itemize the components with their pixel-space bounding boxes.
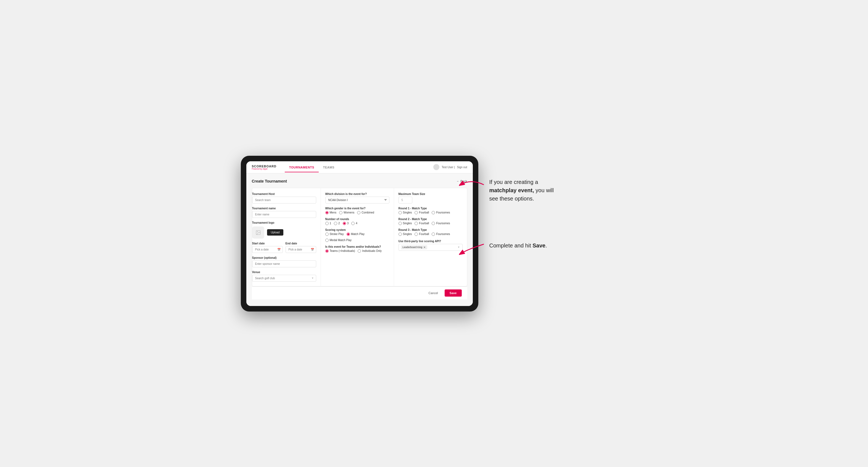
round2-fourball-label: Fourball <box>419 222 429 225</box>
page-title: Create Tournament <box>252 179 287 183</box>
round-3[interactable]: 3 <box>343 222 349 225</box>
round3-foursomes-radio[interactable] <box>432 232 435 236</box>
gender-womens-radio[interactable] <box>339 211 342 214</box>
api-group: Use third-party live scoring API? Leader… <box>399 240 463 251</box>
scoring-radio-group: Stroke Play Match Play Medal Match Play <box>325 232 390 242</box>
form-col-2: Which division is the event for? NCAA Di… <box>321 188 394 286</box>
gender-mens-radio[interactable] <box>325 211 329 214</box>
annotation-2: Complete and hit Save. <box>489 241 627 250</box>
sign-out-link[interactable]: Sign out <box>457 166 467 169</box>
division-select[interactable]: NCAA Division I NCAA Division II NCAA Di… <box>325 197 390 204</box>
individuals-only-radio[interactable] <box>358 249 361 253</box>
round-3-radio[interactable] <box>343 222 346 225</box>
scoring-stroke-radio[interactable] <box>325 232 329 236</box>
round2-match-group: Round 2 - Match Type Singles Fourball <box>399 218 463 225</box>
form-panel: Tournament Host Tournament name Tourname… <box>252 188 467 286</box>
brand-subtitle: Powered by clippit <box>252 168 276 170</box>
sponsor-label: Sponsor (optional) <box>252 256 316 259</box>
api-select-wrapper[interactable]: Leaderboard King ✕ ▼ <box>399 244 463 251</box>
teams-group: Is this event for Teams and/or Individua… <box>325 245 390 253</box>
round3-singles-radio[interactable] <box>399 232 402 236</box>
page-header: Create Tournament ← Back <box>252 179 467 183</box>
scoring-stroke[interactable]: Stroke Play <box>325 232 344 236</box>
teams-plus-individuals[interactable]: Teams (+Individuals) <box>325 249 355 253</box>
venue-input[interactable] <box>252 275 316 282</box>
tablet-screen: SCOREBOARD Powered by clippit TOURNAMENT… <box>246 161 473 306</box>
scoring-medal[interactable]: Medal Match Play <box>325 239 351 242</box>
annotation-text-2: Complete and hit Save. <box>489 241 561 250</box>
round3-singles[interactable]: Singles <box>399 232 412 236</box>
round2-fourball[interactable]: Fourball <box>414 222 429 225</box>
round2-singles[interactable]: Singles <box>399 222 412 225</box>
gender-womens[interactable]: Womens <box>339 211 354 214</box>
scoring-group: Scoring system Stroke Play Match Play <box>325 228 390 242</box>
round-4-radio[interactable] <box>351 222 354 225</box>
annotation-arrow-2 <box>459 241 487 258</box>
annotation-2-part1: Complete and hit <box>489 243 533 249</box>
annotation-text-1: If you are creating a matchplay event, y… <box>489 178 561 203</box>
tab-teams[interactable]: TEAMS <box>319 162 339 172</box>
round2-foursomes[interactable]: Foursomes <box>432 222 450 225</box>
sponsor-group: Sponsor (optional) <box>252 256 316 267</box>
scoring-match-radio[interactable] <box>347 232 350 236</box>
division-select-wrapper: NCAA Division I NCAA Division II NCAA Di… <box>325 197 390 204</box>
round-2-radio[interactable] <box>334 222 337 225</box>
sponsor-input[interactable] <box>252 260 316 267</box>
tournament-logo-label: Tournament logo <box>252 221 316 224</box>
teams-plus-radio[interactable] <box>325 249 329 253</box>
cancel-button[interactable]: Cancel <box>425 290 442 296</box>
save-button[interactable]: Save <box>445 289 462 297</box>
round2-foursomes-radio[interactable] <box>432 222 435 225</box>
max-team-group: Maximum Team Size <box>399 192 463 204</box>
form-col-3: Maximum Team Size Round 1 - Match Type S… <box>394 188 467 286</box>
scoring-match[interactable]: Match Play <box>347 232 365 236</box>
rounds-radio-group: 1 2 3 <box>325 222 390 225</box>
round-3-label: 3 <box>347 222 349 225</box>
round-1[interactable]: 1 <box>325 222 332 225</box>
round3-match-label: Round 3 - Match Type <box>399 228 463 231</box>
round1-match-label: Round 1 - Match Type <box>399 207 463 210</box>
annotation-1-part1: If you are creating a <box>489 179 538 185</box>
gender-mens[interactable]: Mens <box>325 211 336 214</box>
tournament-name-group: Tournament name <box>252 207 316 218</box>
date-row: Start date 📅 End date 📅 <box>252 242 316 253</box>
round-1-radio[interactable] <box>325 222 329 225</box>
round-2[interactable]: 2 <box>334 222 340 225</box>
round1-fourball[interactable]: Fourball <box>414 211 429 214</box>
round1-singles-radio[interactable] <box>399 211 402 214</box>
round1-foursomes-radio[interactable] <box>432 211 435 214</box>
round1-singles[interactable]: Singles <box>399 211 412 214</box>
venue-group: Venue ▼ <box>252 271 316 282</box>
teams-label: Is this event for Teams and/or Individua… <box>325 245 390 248</box>
annotation-1: If you are creating a matchplay event, y… <box>489 178 627 203</box>
gender-radio-group: Mens Womens Combined <box>325 211 390 214</box>
round3-fourball-radio[interactable] <box>414 232 418 236</box>
scoring-medal-radio[interactable] <box>325 239 329 242</box>
api-close-icon[interactable]: ✕ <box>423 246 426 249</box>
individuals-only-label: Individuals Only <box>362 249 382 252</box>
calendar-icon: 📅 <box>277 248 281 251</box>
tab-tournaments[interactable]: TOURNAMENTS <box>285 162 319 172</box>
round1-foursomes[interactable]: Foursomes <box>432 211 450 214</box>
gender-combined-radio[interactable] <box>357 211 361 214</box>
end-date-group: End date 📅 <box>285 242 316 253</box>
max-team-input[interactable] <box>399 197 412 204</box>
scoring-label: Scoring system <box>325 228 390 231</box>
tournament-name-input[interactable] <box>252 211 316 218</box>
navbar: SCOREBOARD Powered by clippit TOURNAMENT… <box>246 161 473 174</box>
api-tag-label: Leaderboard King <box>403 246 423 249</box>
round1-fourball-radio[interactable] <box>414 211 418 214</box>
round3-foursomes[interactable]: Foursomes <box>432 232 450 236</box>
tournament-logo-group: Tournament logo Upload <box>252 221 316 239</box>
round3-fourball[interactable]: Fourball <box>414 232 429 236</box>
individuals-only[interactable]: Individuals Only <box>358 249 382 253</box>
round2-singles-radio[interactable] <box>399 222 402 225</box>
round-4[interactable]: 4 <box>351 222 358 225</box>
round-1-label: 1 <box>330 222 332 225</box>
tournament-host-input[interactable] <box>252 197 316 204</box>
start-date-group: Start date 📅 <box>252 242 283 253</box>
gender-combined[interactable]: Combined <box>357 211 374 214</box>
round2-fourball-radio[interactable] <box>414 222 418 225</box>
round1-foursomes-label: Foursomes <box>436 211 450 214</box>
upload-button[interactable]: Upload <box>267 229 284 236</box>
